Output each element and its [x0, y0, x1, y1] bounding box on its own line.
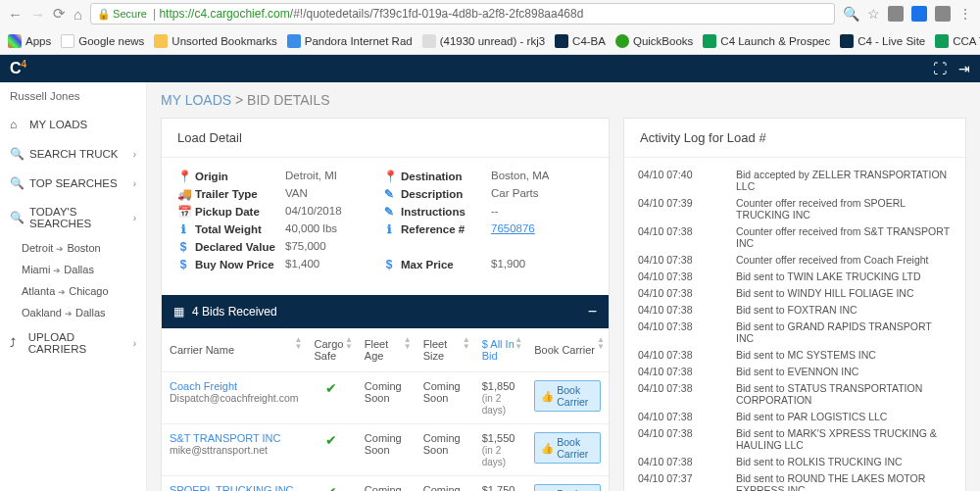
bookmark-item[interactable]: CCA Tech Priorities -	[935, 34, 980, 48]
forward-icon[interactable]: →	[30, 6, 45, 23]
log-time: 04/10 07:38	[638, 304, 736, 316]
bookmark-item[interactable]: Apps	[8, 34, 51, 48]
bookmark-icon	[8, 34, 22, 48]
col-carrier[interactable]: Carrier Name▲▼	[162, 328, 306, 372]
dollar-icon: $	[177, 258, 189, 271]
book-carrier-button[interactable]: 👍Book Carrier	[534, 432, 601, 464]
recent-search-item[interactable]: Oakland➔Dallas	[0, 302, 146, 323]
pin-icon: 📍	[383, 170, 395, 183]
col-book[interactable]: Book Carrier▲▼	[526, 328, 609, 372]
chevron-right-icon: ›	[133, 149, 136, 160]
book-carrier-button[interactable]: 👍Book Carrier	[534, 484, 601, 491]
bookmarks-bar: AppsGoogle newsUnsorted BookmarksPandora…	[0, 27, 980, 55]
log-row: 04/10 07:38Bid sent to MC SYSTEMS INC	[638, 346, 952, 363]
back-icon[interactable]: ←	[8, 6, 23, 23]
bookmark-item[interactable]: Google news	[61, 34, 144, 48]
sidebar-item-label: TOP SEARCHES	[29, 177, 118, 189]
star-icon[interactable]: ☆	[867, 6, 880, 22]
log-message: Bid sent to ROUND THE LAKES MOTOR EXPRES…	[736, 472, 952, 492]
bookmark-item[interactable]: QuickBooks	[615, 34, 693, 48]
log-row: 04/10 07:38Bid sent to PAR LOGISTICS LLC	[638, 408, 952, 424]
bookmark-icon	[840, 34, 854, 48]
log-row: 04/10 07:38Bid sent to MARK'S XPRESS TRU…	[638, 424, 952, 453]
log-message: Counter offer received from SPOERL TRUCK…	[736, 197, 952, 221]
log-time: 04/10 07:38	[638, 349, 736, 361]
log-time: 04/10 07:38	[638, 382, 736, 406]
log-time: 04/10 07:38	[638, 254, 736, 266]
search-icon[interactable]: 🔍	[843, 6, 859, 22]
bookmark-item[interactable]: (41930 unread) - rkj3	[422, 34, 545, 48]
ext-icon-1[interactable]	[888, 6, 904, 22]
bookmark-item[interactable]: C4 Launch & Prospec	[703, 34, 830, 48]
log-time: 04/10 07:38	[638, 320, 736, 344]
log-message: Bid sent to EVENNON INC	[736, 366, 858, 377]
menu-icon[interactable]: ⋮	[958, 6, 972, 22]
recent-search-item[interactable]: Miami➔Dallas	[0, 259, 146, 280]
nav-icon: 🔍	[10, 147, 22, 161]
bookmark-item[interactable]: C4-BA	[555, 34, 606, 48]
sidebar-item[interactable]: ⌂MY LOADS	[0, 110, 146, 139]
log-time: 04/10 07:39	[638, 197, 736, 221]
col-allin[interactable]: $ All In Bid▲▼	[474, 328, 527, 372]
home-icon[interactable]: ⌂	[74, 6, 82, 23]
carrier-link[interactable]: SPOERL TRUCKING INC	[170, 484, 298, 491]
fleet-age: Coming Soon	[357, 424, 416, 476]
activity-log-panel: Activity Log for Load # 04/10 07:40Bid a…	[623, 118, 966, 491]
book-carrier-button[interactable]: 👍Book Carrier	[534, 380, 601, 412]
bookmark-item[interactable]: Unsorted Bookmarks	[154, 34, 276, 48]
app-logo[interactable]: C4	[10, 59, 26, 77]
crumb-my-loads[interactable]: MY LOADS	[161, 92, 231, 108]
sidebar-item[interactable]: 🔍TODAY'S SEARCHES›	[0, 198, 146, 237]
logout-icon[interactable]: ⇥	[958, 61, 970, 76]
log-message: Counter offer received from Coach Freigh…	[736, 254, 928, 266]
log-time: 04/10 07:38	[638, 225, 736, 249]
log-time: 04/10 07:38	[638, 270, 736, 282]
bid-amount: $1,850(in 2 days)	[474, 372, 527, 424]
table-row: Coach FreightDispatch@coachfreight.com ✔…	[162, 372, 609, 424]
col-size[interactable]: Fleet Size▲▼	[416, 328, 474, 372]
log-row: 04/10 07:38Bid sent to TWIN LAKE TRUCKIN…	[638, 268, 952, 284]
sidebar-item-upload-carriers[interactable]: ⤴ UPLOAD CARRIERS ›	[0, 323, 146, 363]
carrier-link[interactable]: Coach Freight	[170, 380, 298, 392]
ext-icon-2[interactable]	[911, 6, 927, 22]
chevron-right-icon: ›	[133, 213, 136, 223]
destination-value: Boston, MA	[491, 170, 589, 183]
sidebar-item[interactable]: 🔍SEARCH TRUCK›	[0, 139, 146, 169]
bookmark-icon	[615, 34, 629, 48]
sidebar-item-label: TODAY'S SEARCHES	[29, 206, 125, 229]
fullscreen-icon[interactable]: ⛶	[933, 61, 947, 76]
reload-icon[interactable]: ⟳	[53, 5, 66, 23]
pencil-icon: ✎	[383, 205, 395, 219]
ext-icon-3[interactable]	[935, 6, 951, 22]
collapse-icon[interactable]: −	[588, 303, 597, 320]
carrier-link[interactable]: S&T TRANSPORT INC	[170, 432, 298, 444]
sidebar-item-label: UPLOAD CARRIERS	[28, 331, 125, 355]
app-header: C4 ⛶ ⇥	[0, 55, 980, 82]
col-safe[interactable]: Cargo Safe▲▼	[306, 328, 356, 372]
arrow-right-icon: ➔	[56, 244, 64, 254]
bookmark-item[interactable]: C4 - Live Site	[840, 34, 925, 48]
browser-chrome: ← → ⟳ ⌂ 🔒Secure | https://c4.cargochief.…	[0, 0, 980, 55]
sidebar-item-label: SEARCH TRUCK	[29, 148, 119, 160]
carrier-email: mike@sttransport.net	[170, 444, 298, 456]
info-icon: ℹ	[177, 222, 189, 236]
bids-panel-header[interactable]: ▦ 4 Bids Received −	[162, 295, 609, 328]
recent-search-item[interactable]: Detroit➔Boston	[0, 237, 146, 259]
reference-link[interactable]: 7650876	[491, 222, 589, 236]
url-bar[interactable]: 🔒Secure | https://c4.cargochief.com/#!/q…	[90, 3, 835, 25]
log-row: 04/10 07:38Counter offer received from C…	[638, 251, 952, 268]
bid-amount: $1,550(in 2 days)	[474, 424, 527, 476]
col-age[interactable]: Fleet Age▲▼	[357, 328, 416, 372]
chevron-right-icon: ›	[133, 178, 136, 189]
nav-icon: ⌂	[10, 118, 22, 131]
recent-search-item[interactable]: Atlanta➔Chicago	[0, 280, 146, 302]
sidebar-item[interactable]: 🔍TOP SEARCHES›	[0, 169, 146, 198]
table-row: SPOERL TRUCKING INCbwitt@spoerltrucking.…	[162, 476, 609, 492]
fleet-size: Coming Soon	[416, 372, 474, 424]
arrow-right-icon: ➔	[58, 287, 66, 297]
thumbs-up-icon: 👍	[541, 390, 554, 403]
log-message: Bid sent to TWIN LAKE TRUCKING LTD	[736, 270, 920, 282]
bookmark-item[interactable]: Pandora Internet Rad	[287, 34, 413, 48]
log-time: 04/10 07:38	[638, 287, 736, 299]
log-row: 04/10 07:38Bid sent to FOXTRAN INC	[638, 301, 952, 318]
